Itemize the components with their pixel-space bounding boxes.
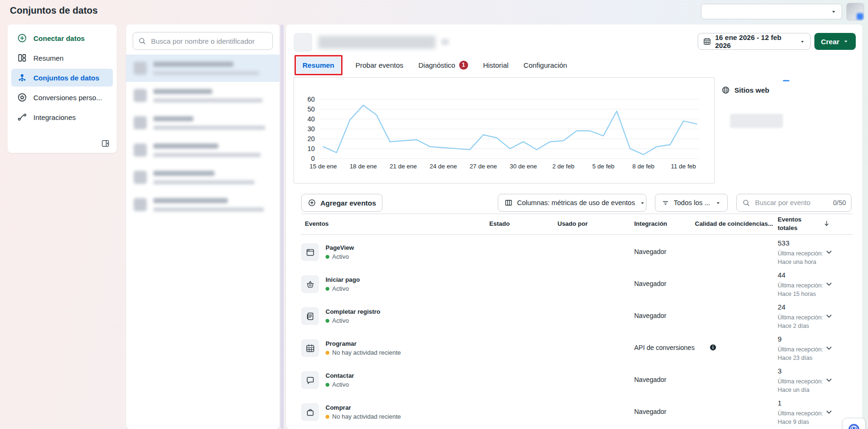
page-title: Conjuntos de datos	[10, 5, 98, 16]
avatar[interactable]	[846, 3, 864, 21]
dataset-list-item[interactable]	[126, 109, 279, 136]
event-row-contactar[interactable]: ContactarActivoNavegador3Última recepció…	[286, 364, 862, 396]
tab-diagn-stico[interactable]: Diagnóstico1	[418, 61, 468, 70]
sidebar-item-conversiones[interactable]: Conversiones perso...	[11, 88, 113, 106]
table-header: EventosEstadoUsado porIntegraciónCalidad…	[286, 214, 862, 234]
star-circle-icon	[17, 92, 27, 103]
sidebar-item-conjuntos-de-datos[interactable]: Conjuntos de datos	[11, 69, 113, 87]
dataset-search-input[interactable]	[150, 37, 268, 46]
tab-probar-eventos[interactable]: Probar eventos	[356, 61, 404, 69]
dataset-title-redacted	[153, 143, 218, 149]
match-quality-cell	[695, 343, 774, 353]
business-selector[interactable]	[701, 4, 842, 19]
tab-configuraci-n[interactable]: Configuración	[524, 61, 567, 69]
chevron-down-icon[interactable]	[825, 248, 833, 256]
chevron-down-icon[interactable]	[825, 312, 833, 320]
column-header-integraci-n[interactable]: Integración	[634, 220, 667, 227]
basket-icon	[301, 275, 319, 293]
dataset-icon	[294, 33, 312, 52]
totals-cell: 24Última recepción:Hace 2 días	[774, 302, 825, 330]
event-row-completar-registro[interactable]: Completar registroActivoNavegador24Últim…	[286, 300, 862, 332]
sidebar-item-label: Conjuntos de datos	[33, 74, 99, 82]
tab-bar: ResumenProbar eventosDiagnóstico1Histori…	[296, 56, 567, 74]
dataset-list-item[interactable]	[126, 136, 279, 164]
sidebar: Conectar datosResumenConjuntos de datosC…	[8, 24, 117, 153]
last-received-value: Hace una hora	[778, 258, 825, 266]
collapse-sidebar-icon[interactable]	[101, 139, 110, 148]
register-form-icon	[305, 311, 315, 321]
svg-text:24 de ene: 24 de ene	[430, 163, 457, 170]
sidebar-item-conectar-datos[interactable]: Conectar datos	[11, 29, 113, 47]
svg-text:30 de ene: 30 de ene	[510, 163, 537, 170]
date-range-label: 16 ene 2026 - 12 feb 2026	[715, 33, 796, 49]
event-row-comprar[interactable]: ComprarNo hay actividad recienteNavegado…	[286, 396, 862, 428]
overview-icon	[17, 53, 27, 63]
dataset-thumb-redacted	[134, 89, 147, 102]
columns-icon	[504, 199, 513, 207]
caret-down-icon	[830, 8, 837, 15]
site-name-redacted	[730, 114, 783, 128]
column-header-usado-por[interactable]: Usado por	[557, 220, 588, 227]
edit-icon[interactable]	[441, 39, 449, 45]
column-header-estado[interactable]: Estado	[489, 220, 510, 227]
notification-badge: 1	[459, 61, 468, 70]
sidebar-item-label: Resumen	[33, 54, 64, 62]
dataset-title-redacted	[153, 171, 215, 176]
chevron-down-icon[interactable]	[825, 376, 833, 384]
tab-resumen[interactable]: Resumen	[296, 57, 341, 73]
svg-text:30: 30	[307, 125, 315, 133]
sidebar-item-label: Conectar datos	[33, 34, 85, 42]
dataset-list-item[interactable]	[126, 164, 279, 191]
register-form-icon	[301, 307, 319, 325]
event-row-iniciar-pago[interactable]: Iniciar pagoActivoNavegador44Última rece…	[286, 268, 862, 300]
chat-bubble-icon	[305, 375, 315, 385]
sort-down-icon[interactable]	[822, 219, 831, 229]
dataset-list-item[interactable]	[126, 191, 279, 218]
dataset-list-item[interactable]	[126, 82, 279, 109]
list-scrollbar[interactable]	[280, 24, 284, 429]
sites-web-label: Sitios web	[721, 86, 769, 95]
dataset-list-item[interactable]	[126, 55, 279, 82]
chevron-down-icon[interactable]	[825, 280, 833, 288]
event-search-input[interactable]	[754, 199, 829, 207]
calendar-grid-icon	[301, 339, 319, 357]
caret-down-icon	[639, 200, 645, 206]
column-header-eventos-totales[interactable]: Eventos totales	[778, 215, 811, 232]
sidebar-nav: Conectar datosResumenConjuntos de datosC…	[11, 29, 113, 126]
dataset-id-redacted	[153, 71, 259, 75]
sidebar-item-integraciones[interactable]: Integraciones	[11, 108, 113, 126]
chevron-down-icon[interactable]	[825, 408, 833, 416]
event-status: Activo	[326, 317, 486, 324]
last-received-label: Última recepción:	[778, 249, 825, 258]
event-total: 9	[778, 334, 825, 344]
date-range-button[interactable]: 16 ene 2026 - 12 feb 2026	[698, 33, 811, 50]
event-total: 533	[778, 238, 825, 248]
column-header-calidad-de-coincidencias[interactable]: Calidad de coincidencias...	[695, 220, 773, 227]
tab-historial[interactable]: Historial	[483, 61, 509, 69]
svg-text:5 de feb: 5 de feb	[592, 163, 614, 170]
svg-text:21 de ene: 21 de ene	[390, 163, 417, 170]
legend-dash	[783, 80, 789, 81]
browser-window-icon	[301, 243, 319, 261]
create-button[interactable]: Crear	[814, 33, 856, 50]
event-search[interactable]: 0/50	[736, 194, 852, 212]
chevron-down-icon[interactable]	[825, 344, 833, 352]
event-row-pageview[interactable]: PageViewActivoNavegador533Última recepci…	[286, 236, 862, 268]
column-header-eventos[interactable]: Eventos	[305, 220, 329, 227]
filter-dropdown[interactable]: Todos los ...	[655, 194, 728, 212]
dataset-title-redacted	[153, 116, 193, 121]
help-widget-button[interactable]	[842, 418, 866, 429]
status-dot	[326, 351, 329, 355]
search-icon	[138, 37, 146, 45]
columns-dropdown[interactable]: Columnas: métricas de uso de eventos	[498, 194, 646, 212]
shopping-bag-icon	[305, 407, 315, 417]
last-received-label: Última recepción:	[778, 409, 825, 418]
event-row-programar[interactable]: ProgramarNo hay actividad recienteAPI de…	[286, 332, 862, 364]
status-dot	[326, 255, 329, 259]
dataset-search[interactable]	[133, 32, 273, 50]
totals-cell: 9Última recepción:Hace 23 días	[774, 334, 825, 362]
add-events-button[interactable]: Agregar eventos	[301, 194, 382, 212]
create-label: Crear	[821, 38, 839, 46]
info-icon[interactable]	[709, 343, 717, 351]
sidebar-item-resumen[interactable]: Resumen	[11, 49, 113, 67]
